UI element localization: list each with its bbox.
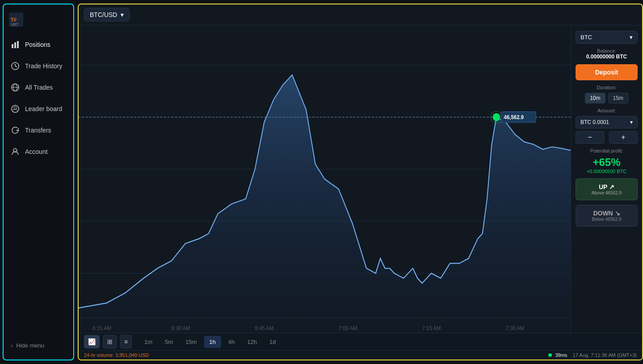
sidebar-item-all-trades[interactable]: All Trades [4,77,73,98]
amount-section: Amount: BTC 0.0001 ▾ − + [576,108,638,144]
amount-label: Amount: [576,108,638,113]
chart-area: BTC/USD ▾ [79,4,642,360]
tf-1h-button[interactable]: 1h [204,336,221,348]
duration-15m-button[interactable]: 15m [608,93,628,103]
profit-percent: +65% [576,156,638,169]
line-chart-button[interactable]: 📈 [84,335,100,348]
profit-section: Potential profit: +65% +0.00006500 BTC [576,148,638,174]
status-section: 39ms 17 Aug, 7:11:36 AM (GMT+3) [548,352,637,358]
sidebar-item-positions[interactable]: Positions [4,34,73,55]
down-label: DOWN ↘ [593,210,620,217]
svg-text:T//: T// [11,17,17,22]
price-chart: 46,600 46,550 46,500 46,450 46,400 46,35… [79,25,571,333]
amount-increase-button[interactable]: + [609,131,638,144]
sidebar-item-label: Trade History [25,62,63,70]
svg-rect-3 [12,44,13,48]
logo-icon: T// XBT [9,12,23,27]
chart-footer: 24-hr volume: 3,951,040 USD 39ms 17 Aug,… [79,350,642,360]
amount-selector[interactable]: BTC 0.0001 ▾ [576,116,638,128]
pair-label: BTC/USD [90,11,117,18]
tf-1d-button[interactable]: 1d [264,336,281,348]
duration-10m-button[interactable]: 10m [585,93,605,103]
svg-text:7:15 AM: 7:15 AM [422,325,441,331]
duration-section: Duration: 10m 15m [576,85,638,103]
svg-text:6:15 AM: 6:15 AM [92,325,111,331]
svg-text:46,562.9: 46,562.9 [504,114,524,120]
svg-line-8 [15,66,17,67]
sidebar-item-label: Positions [25,41,50,48]
refresh-icon [11,126,20,135]
currency-label: BTC [580,34,592,41]
user-circle-icon [11,104,20,113]
datetime-label [568,352,571,358]
sidebar-item-label: Account [25,148,48,155]
candlestick-icon: ⊞ [107,338,113,345]
sidebar-item-account[interactable]: Account [4,141,73,162]
svg-text:6:45 AM: 6:45 AM [255,325,274,331]
balance-value: 0.00000000 BTC [576,54,638,60]
tf-5m-button[interactable]: 5m [159,336,178,348]
down-button[interactable]: DOWN ↘ Below 46562.9 [576,205,638,227]
duration-buttons: 10m 15m [576,93,638,103]
up-label: UP ↗ [599,183,614,190]
tf-12h-button[interactable]: 12h [242,336,263,348]
up-button[interactable]: UP ↗ Above 46562.9 [576,178,638,200]
chart-toolbar: 📈 ⊞ ≡ 1m 5m 15m 1h 4h 12h 1d [79,333,642,350]
balance-label: Balance: [576,48,638,54]
sidebar-item-trade-history[interactable]: Trade History [4,55,73,77]
sidebar: T// XBT Positions Trade History [3,4,74,360]
sidebar-item-label: All Trades [25,84,53,91]
duration-label: Duration: [576,85,638,90]
profit-btc: +0.00006500 BTC [576,169,638,174]
connection-status-dot [548,353,552,357]
main-content: BTC/USD ▾ [78,4,643,360]
svg-text:XBT: XBT [11,22,19,27]
tf-15m-button[interactable]: 15m [180,336,202,348]
hide-menu-button[interactable]: ‹ Hide menu [4,336,73,355]
hide-menu-label: Hide menu [16,342,44,349]
chevron-down-icon: ▾ [121,11,124,18]
svg-text:7:00 AM: 7:00 AM [338,325,357,331]
chart-header: BTC/USD ▾ [79,4,642,25]
pair-selector[interactable]: BTC/USD ▾ [84,8,129,21]
logo: T// XBT [4,9,73,34]
line-chart-icon: 📈 [88,338,96,345]
amount-decrease-button[interactable]: − [576,131,604,144]
amount-value: BTC 0.0001 [580,119,609,125]
volume-label: 24-hr volume: 3,951,040 USD [84,352,149,358]
svg-text:7:30 AM: 7:30 AM [505,325,524,331]
sidebar-item-leader-board[interactable]: Leader board [4,98,73,120]
tf-4h-button[interactable]: 4h [223,336,240,348]
sidebar-item-label: Leader board [25,105,62,112]
globe-icon [11,83,20,92]
potential-profit-label: Potential profit: [576,148,638,153]
clock-icon [11,62,20,70]
balance-section: Balance: 0.00000000 BTC [576,48,638,60]
deposit-button[interactable]: Deposit [576,64,638,80]
person-icon [11,147,20,156]
up-sub-label: Above 46562.9 [580,190,633,195]
chart-bar-icon [11,40,20,49]
sidebar-item-label: Transfers [25,127,51,134]
bar-chart-icon: ≡ [124,338,128,345]
ping-value: 39ms [555,352,567,358]
chevron-down-icon: ▾ [630,119,633,125]
right-panel: BTC ▾ Balance: 0.00000000 BTC Deposit Du… [571,25,642,333]
sidebar-item-transfers[interactable]: Transfers [4,120,73,141]
datetime-value: 17 Aug, 7:11:36 AM (GMT+3) [573,352,637,358]
chevron-down-icon: ▾ [630,34,633,41]
svg-point-23 [493,114,500,121]
svg-text:6:30 AM: 6:30 AM [171,325,190,331]
chart-and-panel: 46,600 46,550 46,500 46,450 46,400 46,35… [79,25,642,333]
chart-container: 46,600 46,550 46,500 46,450 46,400 46,35… [79,25,571,333]
amount-stepper: − + [576,131,638,144]
currency-selector[interactable]: BTC ▾ [576,31,638,44]
svg-rect-5 [17,41,19,48]
svg-rect-4 [14,42,16,48]
svg-point-13 [14,107,17,109]
bar-chart-button[interactable]: ≡ [120,335,132,348]
down-sub-label: Below 46562.9 [580,217,633,222]
tf-1m-button[interactable]: 1m [139,336,158,348]
candlestick-chart-button[interactable]: ⊞ [103,335,117,348]
chevron-left-icon: ‹ [11,342,13,349]
